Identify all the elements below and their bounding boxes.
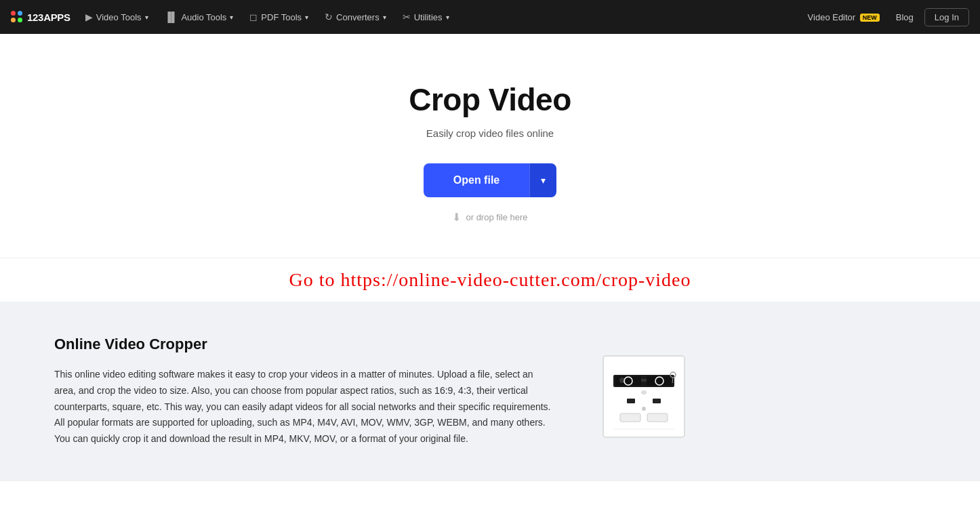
utilities-label: Utilities: [414, 12, 443, 22]
robot-illustration: [596, 349, 691, 444]
utilities-icon: ✂: [403, 12, 411, 22]
chevron-down-icon: ▾: [541, 175, 546, 186]
audio-tools-label: Audio Tools: [181, 12, 226, 22]
svg-rect-14: [653, 399, 661, 403]
lower-description: This online video editing software makes…: [54, 367, 556, 447]
audio-tools-chevron: ▾: [230, 14, 233, 21]
svg-point-18: [642, 407, 646, 411]
svg-point-12: [641, 390, 647, 395]
new-badge: NEW: [860, 14, 880, 22]
navbar-right: Video Editor NEW Blog Log In: [802, 8, 969, 26]
nav-item-pdf-tools[interactable]: ◻ PDF Tools ▾: [243, 7, 315, 26]
svg-rect-5: [647, 376, 672, 386]
converters-icon: ↻: [325, 12, 333, 22]
logo-link[interactable]: 123APPS: [11, 11, 70, 23]
svg-rect-15: [620, 414, 640, 422]
video-editor-link[interactable]: Video Editor NEW: [802, 9, 885, 25]
open-file-dropdown-button[interactable]: ▾: [529, 163, 556, 197]
annotation-bar: Go to https://online-video-cutter.com/cr…: [0, 258, 980, 302]
hero-subtitle: Easily crop video files online: [426, 127, 554, 139]
lower-content: Online Video Cropper This online video e…: [54, 336, 556, 447]
pdf-tools-label: PDF Tools: [261, 12, 302, 22]
utilities-chevron: ▾: [446, 14, 449, 21]
page-title: Crop Video: [409, 81, 571, 118]
download-icon: ⬇: [452, 211, 461, 224]
video-tools-chevron: ▾: [145, 14, 148, 21]
login-button[interactable]: Log In: [924, 8, 969, 26]
converters-label: Converters: [336, 12, 380, 22]
audio-tools-icon: ▐▌: [165, 12, 178, 22]
svg-rect-13: [627, 399, 635, 403]
illustration-container: [596, 349, 691, 444]
annotation-text: Go to https://online-video-cutter.com/cr…: [289, 269, 691, 290]
lower-section: Online Video Cropper This online video e…: [0, 302, 980, 481]
lower-title: Online Video Cropper: [54, 336, 556, 353]
drop-hint: ⬇ or drop file here: [452, 211, 527, 224]
logo-text: 123APPS: [27, 12, 70, 23]
pdf-tools-chevron: ▾: [305, 14, 308, 21]
nav-item-converters[interactable]: ↻ Converters ▾: [318, 7, 393, 26]
open-file-group: Open file ▾: [424, 163, 556, 197]
video-tools-label: Video Tools: [96, 12, 142, 22]
converters-chevron: ▾: [383, 14, 386, 21]
nav-item-video-tools[interactable]: ▶ Video Tools ▾: [79, 7, 155, 26]
open-file-button[interactable]: Open file: [424, 163, 529, 197]
svg-rect-6: [641, 379, 647, 382]
logo-dots: [11, 11, 23, 23]
blog-link[interactable]: Blog: [891, 9, 919, 25]
navbar: 123APPS ▶ Video Tools ▾ ▐▌ Audio Tools ▾…: [0, 0, 980, 34]
pdf-tools-icon: ◻: [249, 12, 258, 22]
svg-rect-16: [647, 414, 668, 422]
hero-section: Crop Video Easily crop video files onlin…: [0, 34, 980, 258]
video-tools-icon: ▶: [85, 12, 93, 22]
nav-item-audio-tools[interactable]: ▐▌ Audio Tools ▾: [158, 7, 241, 26]
svg-rect-3: [615, 376, 641, 386]
nav-item-utilities[interactable]: ✂ Utilities ▾: [396, 7, 456, 26]
drop-hint-text: or drop file here: [466, 212, 527, 222]
